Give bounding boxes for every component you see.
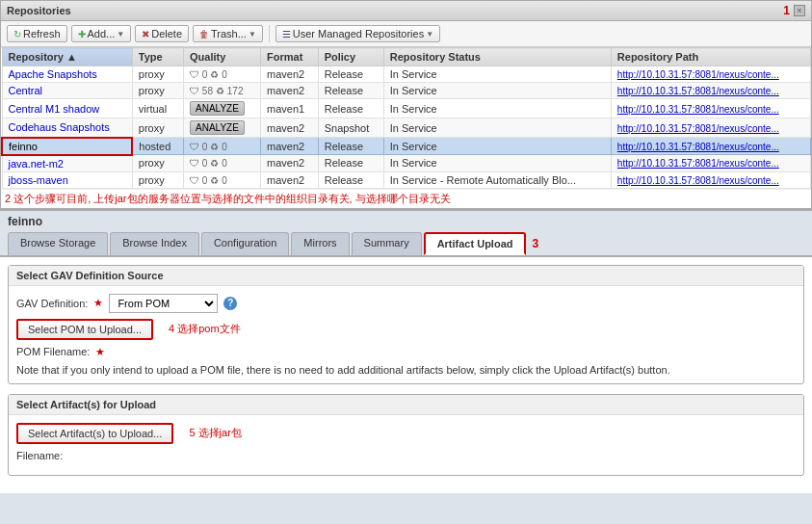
repo-path[interactable]: http://10.10.31.57:8081/nexus/conte... <box>611 155 810 172</box>
tab-artifact-upload[interactable]: Artifact Upload <box>424 232 527 255</box>
gav-help-icon[interactable]: ? <box>223 297 237 310</box>
repo-policy: Release <box>318 83 383 99</box>
step1-marker: 1 <box>783 4 790 17</box>
pom-filename-row: POM Filename: ★ <box>16 346 796 358</box>
pom-note: Note that if you only intend to upload a… <box>16 364 796 376</box>
table-row[interactable]: Centralproxy🛡 58 ♻ 172maven2ReleaseIn Se… <box>2 83 811 99</box>
table-row[interactable]: java.net-m2proxy🛡 0 ♻ 0maven2ReleaseIn S… <box>2 155 811 172</box>
repo-quality: ANALYZE <box>184 99 261 118</box>
repo-table: Repository ▲ Type Quality Format Policy … <box>1 47 811 189</box>
add-label: Add... <box>88 28 116 39</box>
tab-browse-index[interactable]: Browse Index <box>110 232 199 255</box>
table-row[interactable]: Central M1 shadowvirtualANALYZEmaven1Rel… <box>2 99 811 118</box>
add-button[interactable]: ✚ Add... ▼ <box>71 25 132 42</box>
toolbar: ↻ Refresh ✚ Add... ▼ ✖ Delete 🗑 Trash...… <box>1 21 811 47</box>
repo-type: proxy <box>132 83 183 99</box>
artifact-section-title: Select Artifact(s) for Upload <box>9 395 803 415</box>
repo-path[interactable]: http://10.10.31.57:8081/nexus/conte... <box>611 171 810 188</box>
repo-path[interactable]: http://10.10.31.57:8081/nexus/conte... <box>611 138 810 155</box>
add-dropdown-arrow: ▼ <box>117 30 124 39</box>
detail-title: feinno <box>0 211 812 232</box>
select-pom-button[interactable]: Select POM to Upload... <box>16 319 153 340</box>
repo-path[interactable]: http://10.10.31.57:8081/nexus/conte... <box>611 99 810 118</box>
repo-quality: 🛡 0 ♻ 0 <box>184 66 261 83</box>
repo-type: hosted <box>132 138 183 155</box>
repo-path[interactable]: http://10.10.31.57:8081/nexus/conte... <box>611 118 810 138</box>
col-quality[interactable]: Quality <box>184 48 261 66</box>
gav-section: Select GAV Definition Source GAV Definit… <box>8 265 804 384</box>
trash-button[interactable]: 🗑 Trash... ▼ <box>193 25 263 42</box>
repo-name: Codehaus Snapshots <box>2 118 132 138</box>
repo-quality: 🛡 58 ♻ 172 <box>184 83 261 99</box>
repo-quality: 🛡 0 ♻ 0 <box>184 138 261 155</box>
user-managed-button[interactable]: ☰ User Managed Repositories ▼ <box>275 25 440 42</box>
repo-type: proxy <box>132 118 183 138</box>
col-status[interactable]: Repository Status <box>383 48 611 66</box>
repo-status: In Service <box>383 118 611 138</box>
step4-annotation: 4 选择pom文件 <box>169 322 241 336</box>
repo-format: maven2 <box>261 118 319 138</box>
repo-quality: 🛡 0 ♻ 0 <box>184 155 261 172</box>
gav-definition-row: GAV Definition: ★ From POM GAV Parameter… <box>16 294 796 313</box>
repo-table-wrapper: Repository ▲ Type Quality Format Policy … <box>1 47 811 189</box>
repo-name: Central <box>2 83 132 99</box>
refresh-button[interactable]: ↻ Refresh <box>7 25 67 42</box>
analyze-button[interactable]: ANALYZE <box>190 101 245 116</box>
tab-configuration[interactable]: Configuration <box>201 232 289 255</box>
repo-name: feinno <box>2 138 132 155</box>
col-repository[interactable]: Repository ▲ <box>2 48 132 66</box>
panel-close-button[interactable]: × <box>794 5 805 16</box>
repo-status: In Service - Remote Automatically Blo... <box>383 171 611 188</box>
tab-browse-storage[interactable]: Browse Storage <box>8 232 108 255</box>
artifact-section-body: Select Artifact(s) to Upload... 5 选择jar包… <box>9 415 803 475</box>
content-area: Select GAV Definition Source GAV Definit… <box>0 257 812 493</box>
pom-filename-label: POM Filename: <box>16 346 90 357</box>
col-format[interactable]: Format <box>261 48 319 66</box>
gav-definition-label: GAV Definition: <box>16 298 88 309</box>
repo-format: maven2 <box>261 83 319 99</box>
table-row[interactable]: feinnohosted🛡 0 ♻ 0maven2ReleaseIn Servi… <box>2 138 811 155</box>
select-artifact-button[interactable]: Select Artifact(s) to Upload... <box>16 423 173 444</box>
repo-format: maven2 <box>261 155 319 172</box>
repo-status: In Service <box>383 66 611 83</box>
repo-type: proxy <box>132 171 183 188</box>
repo-policy: Release <box>318 66 383 83</box>
step3-marker: 3 <box>532 237 538 250</box>
filename-label: Filename: <box>16 450 63 461</box>
tab-mirrors[interactable]: Mirrors <box>291 232 349 255</box>
analyze-button[interactable]: ANALYZE <box>190 120 245 135</box>
repo-name: Central M1 shadow <box>2 99 132 118</box>
step5-annotation: 5 选择jar包 <box>189 426 241 440</box>
repo-status: In Service <box>383 138 611 155</box>
col-type[interactable]: Type <box>132 48 183 66</box>
repo-name: java.net-m2 <box>2 155 132 172</box>
repo-path[interactable]: http://10.10.31.57:8081/nexus/conte... <box>611 66 810 83</box>
repo-policy: Release <box>318 138 383 155</box>
select-pom-row: Select POM to Upload... 4 选择pom文件 <box>16 319 796 340</box>
user-managed-dropdown-arrow: ▼ <box>426 30 433 39</box>
col-policy[interactable]: Policy <box>318 48 383 66</box>
delete-button[interactable]: ✖ Delete <box>135 25 189 42</box>
table-row[interactable]: Codehaus SnapshotsproxyANALYZEmaven2Snap… <box>2 118 811 138</box>
table-row[interactable]: Apache Snapshotsproxy🛡 0 ♻ 0maven2Releas… <box>2 66 811 83</box>
trash-label: Trash... <box>211 28 247 39</box>
repo-status: In Service <box>383 155 611 172</box>
repo-format: maven2 <box>261 171 319 188</box>
panel-title: Repositories <box>7 5 71 16</box>
tab-summary[interactable]: Summary <box>352 232 422 255</box>
col-path[interactable]: Repository Path <box>611 48 810 66</box>
gav-definition-select[interactable]: From POM GAV Parameters <box>109 294 218 313</box>
toolbar-separator <box>269 25 270 42</box>
user-icon: ☰ <box>282 29 291 39</box>
trash-dropdown-arrow: ▼ <box>249 30 256 39</box>
artifact-section: Select Artifact(s) for Upload Select Art… <box>8 394 804 476</box>
refresh-label: Refresh <box>23 28 61 39</box>
repo-name: Apache Snapshots <box>2 66 132 83</box>
repo-policy: Snapshot <box>318 118 383 138</box>
repo-format: maven2 <box>261 66 319 83</box>
table-row[interactable]: jboss-mavenproxy🛡 0 ♻ 0maven2ReleaseIn S… <box>2 171 811 188</box>
repo-type: proxy <box>132 66 183 83</box>
tabs-bar: Browse Storage Browse Index Configuratio… <box>0 232 812 257</box>
panel-header: Repositories 1 × <box>1 1 811 21</box>
repo-path[interactable]: http://10.10.31.57:8081/nexus/conte... <box>611 83 810 99</box>
